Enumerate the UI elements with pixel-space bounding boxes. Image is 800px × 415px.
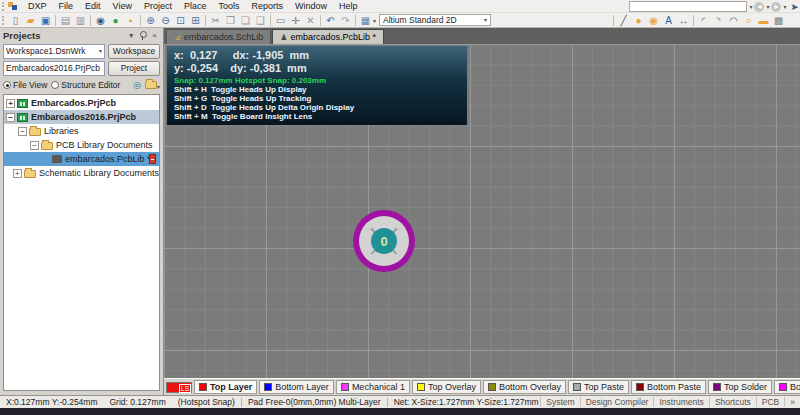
tree-item-pcb-library-documents[interactable]: − PCB Library Documents (4, 138, 159, 152)
menu-window[interactable]: Window (289, 0, 333, 13)
expand-icon[interactable]: + (6, 99, 15, 108)
menu-file[interactable]: File (53, 0, 80, 13)
menu-reports[interactable]: Reports (245, 0, 289, 13)
panel-button-shortcuts[interactable]: Shortcuts (709, 397, 756, 407)
panel-close-icon[interactable]: × (149, 31, 160, 40)
collapse-icon[interactable]: − (6, 113, 15, 122)
tab-embarcados-schlib[interactable]: ⊿ embarcados.SchLib (166, 29, 271, 44)
forward-button[interactable]: ► (771, 2, 781, 12)
panel-button-system[interactable]: System (540, 397, 579, 407)
clear-filter-icon[interactable]: ✕ (303, 13, 318, 28)
redo-icon[interactable]: ↷ (338, 13, 353, 28)
panel-button-more-icon[interactable]: » (784, 397, 800, 407)
documents-icon[interactable]: ▪ (123, 13, 138, 28)
pad-hole[interactable]: 0 (371, 228, 397, 254)
project-icon (17, 113, 28, 122)
cut-icon[interactable]: ✂ (208, 13, 223, 28)
structure-editor-radio[interactable]: Structure Editor (51, 80, 120, 90)
string-tool-icon[interactable]: A (661, 13, 676, 28)
layer-tab-bottom-overlay[interactable]: Bottom Overlay (483, 380, 566, 394)
tree-item-embarcados-prjpcb[interactable]: + Embarcados.PrjPcb (4, 96, 159, 110)
menu-dxp[interactable]: DXP (22, 0, 53, 13)
menu-place[interactable]: Place (178, 0, 213, 13)
open-icon[interactable]: ▰ (23, 13, 38, 28)
knowledge-center-icon[interactable]: ➤ (790, 2, 798, 12)
layer-tab-bottom-solder[interactable]: Bottom Solder (774, 380, 800, 394)
project-combo[interactable]: Embarcados2016.PrjPcb (3, 61, 105, 76)
layer-tab-bottom-layer[interactable]: Bottom Layer (259, 380, 334, 394)
circle-tool-icon[interactable]: ○ (741, 13, 756, 28)
layer-tab-top-layer[interactable]: Top Layer (194, 380, 257, 394)
layer-tab-mechanical-1[interactable]: Mechanical 1 (336, 380, 410, 394)
grid-dropdown-icon[interactable]: ▾ (373, 17, 376, 24)
zoom-document-icon[interactable]: ⊞ (188, 13, 203, 28)
move-object-icon[interactable]: ✛ (288, 13, 303, 28)
toolbar-grip[interactable] (2, 16, 6, 25)
zoom-in-icon[interactable]: ⊕ (143, 13, 158, 28)
grid-icon[interactable]: ▦ (358, 13, 373, 28)
back-dropdown-icon[interactable]: ▾ (766, 3, 769, 10)
project-button[interactable]: Project (108, 61, 160, 76)
panel-button-design-compiler[interactable]: Design Compiler (580, 397, 654, 407)
copy-icon[interactable]: ❐ (223, 13, 238, 28)
forward-dropdown-icon[interactable]: ▾ (783, 3, 786, 10)
undo-icon[interactable]: ↶ (323, 13, 338, 28)
layer-tab-top-overlay[interactable]: Top Overlay (412, 380, 481, 394)
layer-tab-top-paste[interactable]: Top Paste (568, 380, 629, 394)
layer-tab-top-solder[interactable]: Top Solder (708, 380, 772, 394)
tree-item-embarcados-pcblib[interactable]: embarcados.PcbLib * (4, 152, 159, 166)
paste-recall-icon[interactable]: ❑ (253, 13, 268, 28)
back-button[interactable]: ◄ (754, 2, 764, 12)
array-paste-icon[interactable]: ▩ (771, 13, 786, 28)
tree-item-embarcados2016-prjpcb[interactable]: − Embarcados2016.PrjPcb (4, 110, 159, 124)
tree-item-label: Libraries (44, 126, 79, 136)
panel-button-pcb[interactable]: PCB (756, 397, 784, 407)
save-icon[interactable]: ▣ (38, 13, 53, 28)
panel-pin-icon[interactable] (139, 31, 146, 40)
tree-item-schematic-library-documents[interactable]: + Schematic Library Documents (4, 166, 159, 180)
view-configuration-icon[interactable]: ◉ (93, 13, 108, 28)
expand-icon[interactable]: + (13, 169, 22, 178)
print-icon[interactable]: ▤ (58, 13, 73, 28)
panel-view-options-icon[interactable]: ◎ (133, 80, 141, 90)
tab-embarcados-pcblib[interactable]: ♟ embarcados.PcbLib * (272, 29, 384, 44)
workspace-button[interactable]: Workspace (108, 44, 160, 59)
fill-tool-icon[interactable]: ▬ (756, 13, 771, 28)
view-mode-combo[interactable]: Altium Standard 2D ▾ (379, 14, 491, 26)
panel-folder-icon[interactable]: ▾ (145, 79, 160, 91)
dimension-tool-icon[interactable]: ↔ (676, 13, 691, 28)
arc-edge-tool-icon[interactable]: ◝ (711, 13, 726, 28)
zoom-out-icon[interactable]: ⊖ (158, 13, 173, 28)
menu-edit[interactable]: Edit (79, 0, 107, 13)
layer-sets-box[interactable]: LS (166, 382, 192, 393)
panel-menu-icon[interactable]: ▾ (126, 31, 136, 40)
search-dropdown-icon[interactable]: ▾ (749, 3, 752, 10)
menu-tools[interactable]: Tools (212, 0, 245, 13)
global-search-input[interactable] (629, 1, 747, 12)
line-tool-icon[interactable]: ╱ (616, 13, 631, 28)
menu-view[interactable]: View (107, 0, 138, 13)
paste-icon[interactable]: ❏ (238, 13, 253, 28)
file-view-radio[interactable]: File View (3, 80, 47, 90)
zoom-area-icon[interactable]: ⊡ (173, 13, 188, 28)
via-tool-icon[interactable]: ◉ (646, 13, 661, 28)
menu-project[interactable]: Project (138, 0, 178, 13)
workspace-combo[interactable]: Workspace1.DsnWrk ▾ (3, 44, 105, 59)
arc-center-tool-icon[interactable]: ◜ (696, 13, 711, 28)
pad-solder-mask-ring[interactable]: 0 (353, 210, 415, 272)
select-area-icon[interactable]: ▭ (273, 13, 288, 28)
layer-tab-bottom-paste[interactable]: Bottom Paste (631, 380, 706, 394)
collapse-icon[interactable]: − (18, 127, 27, 136)
tree-item-libraries[interactable]: − Libraries (4, 124, 159, 138)
pcb-canvas[interactable]: x: 0,127 dx: -1,905 mm y: -0,254 dy: -0,… (164, 44, 800, 378)
panel-button-instruments[interactable]: Instruments (653, 397, 708, 407)
view-3d-icon[interactable]: ● (108, 13, 123, 28)
menubar-grip[interactable] (2, 2, 6, 11)
arc-angle-tool-icon[interactable]: ◠ (726, 13, 741, 28)
layer-color-swatch (488, 383, 496, 391)
menu-help[interactable]: Help (333, 0, 364, 13)
print-preview-icon[interactable]: ▥ (73, 13, 88, 28)
pad-tool-icon[interactable]: ● (631, 13, 646, 28)
new-document-icon[interactable]: ▯ (8, 13, 23, 28)
collapse-icon[interactable]: − (30, 141, 39, 150)
